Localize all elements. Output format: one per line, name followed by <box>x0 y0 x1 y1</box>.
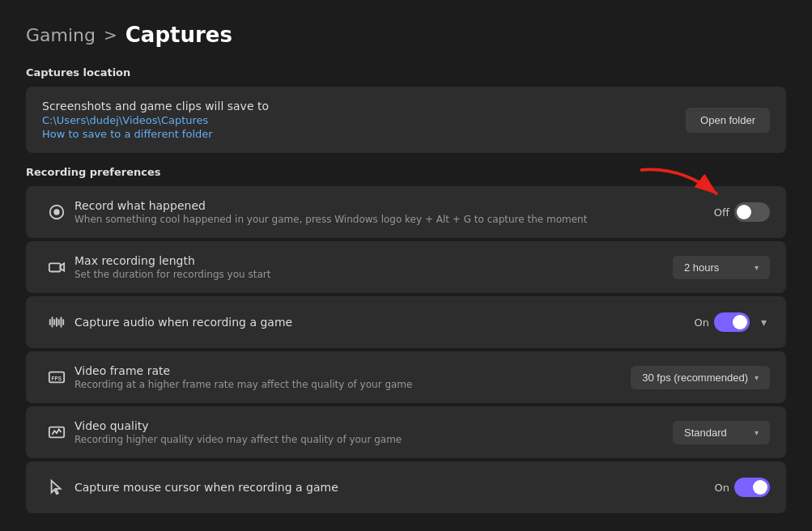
video-quality-value: Standard <box>684 427 727 439</box>
video-frame-rate-dropdown[interactable]: 30 fps (recommended) ▾ <box>631 366 770 389</box>
expand-chevron-audio[interactable]: ▾ <box>758 312 770 332</box>
toggle-capture-audio[interactable] <box>714 312 750 332</box>
recording-preferences-title: Recording preferences <box>26 166 786 178</box>
pref-control-max-recording: 2 hours ▾ <box>673 256 770 279</box>
open-folder-button[interactable]: Open folder <box>686 108 770 133</box>
pref-desc-video-quality: Recording higher quality video may affec… <box>74 434 673 445</box>
pref-content-video-frame-rate: Video frame rate Recording at a higher f… <box>71 364 631 390</box>
svg-point-1 <box>53 209 59 215</box>
pref-row-record-what-happened: Record what happened When something cool… <box>26 186 786 238</box>
pref-row-capture-audio: Capture audio when recording a game On ▾ <box>26 296 786 348</box>
chevron-down-icon-quality: ▾ <box>755 428 759 437</box>
captures-location-title: Captures location <box>26 66 786 79</box>
toggle-knob-cursor <box>753 480 767 495</box>
toggle-knob-audio <box>733 315 747 329</box>
toggle-capture-mouse-cursor[interactable] <box>734 478 770 497</box>
toggle-label-record: Off <box>714 206 729 219</box>
toggle-wrap-audio: On <box>694 312 749 332</box>
pref-row-video-frame-rate: FPS Video frame rate Recording at a high… <box>26 351 786 403</box>
pref-content-video-quality: Video quality Recording higher quality v… <box>71 419 673 445</box>
location-card-title: Screenshots and game clips will save to <box>42 100 269 113</box>
quality-icon <box>42 423 71 441</box>
pref-title-capture-mouse-cursor: Capture mouse cursor when recording a ga… <box>74 481 715 494</box>
toggle-wrap-cursor: On <box>715 478 770 497</box>
pref-title-capture-audio: Capture audio when recording a game <box>74 316 694 329</box>
breadcrumb-current: Captures <box>125 23 232 47</box>
breadcrumb: Gaming > Captures <box>26 23 786 47</box>
pref-control-capture-mouse-cursor: On <box>715 478 770 497</box>
location-link[interactable]: How to save to a different folder <box>42 128 269 140</box>
pref-control-capture-audio: On ▾ <box>694 312 770 332</box>
cursor-icon <box>42 478 71 496</box>
toggle-knob-record <box>737 205 751 219</box>
toggle-record-what-happened[interactable] <box>734 202 770 222</box>
max-recording-dropdown[interactable]: 2 hours ▾ <box>673 256 770 279</box>
toggle-label-cursor: On <box>715 482 729 494</box>
max-recording-value: 2 hours <box>684 261 719 274</box>
captures-location-card: Screenshots and game clips will save to … <box>26 87 786 153</box>
location-text: Screenshots and game clips will save to … <box>42 100 269 140</box>
pref-desc-video-frame-rate: Recording at a higher frame rate may aff… <box>74 379 631 390</box>
pref-desc-max-recording: Set the duration for recordings you star… <box>74 269 673 280</box>
pref-title-video-frame-rate: Video frame rate <box>74 364 631 377</box>
audio-icon <box>42 313 71 331</box>
location-path[interactable]: C:\Users\dudej\Videos\Captures <box>42 114 269 126</box>
toggle-label-audio: On <box>694 316 708 329</box>
breadcrumb-separator: > <box>104 25 117 45</box>
pref-title-record-what-happened: Record what happened <box>74 199 714 212</box>
pref-content-capture-mouse-cursor: Capture mouse cursor when recording a ga… <box>71 481 715 494</box>
svg-text:FPS: FPS <box>52 376 62 381</box>
fps-icon: FPS <box>42 368 71 386</box>
video-quality-dropdown[interactable]: Standard ▾ <box>673 421 770 444</box>
pref-control-video-frame-rate: 30 fps (recommended) ▾ <box>631 366 770 389</box>
pref-row-capture-mouse-cursor: Capture mouse cursor when recording a ga… <box>26 461 786 513</box>
svg-marker-4 <box>61 263 65 270</box>
pref-control-record-what-happened: Off <box>714 202 770 222</box>
pref-title-video-quality: Video quality <box>74 419 673 432</box>
pref-row-video-quality: Video quality Recording higher quality v… <box>26 406 786 458</box>
pref-content-record-what-happened: Record what happened When something cool… <box>71 199 714 225</box>
chevron-down-icon-fps: ▾ <box>755 373 759 382</box>
breadcrumb-parent[interactable]: Gaming <box>26 25 96 45</box>
pref-content-max-recording: Max recording length Set the duration fo… <box>71 254 673 280</box>
pref-title-max-recording: Max recording length <box>74 254 673 267</box>
record-icon <box>42 203 71 221</box>
chevron-down-icon: ▾ <box>755 263 759 272</box>
video-frame-rate-value: 30 fps (recommended) <box>642 372 748 384</box>
toggle-wrap-record: Off <box>714 202 770 222</box>
camera-icon <box>42 258 71 276</box>
svg-rect-3 <box>49 263 61 271</box>
pref-row-max-recording-length: Max recording length Set the duration fo… <box>26 241 786 293</box>
pref-content-capture-audio: Capture audio when recording a game <box>71 316 694 329</box>
pref-control-video-quality: Standard ▾ <box>673 421 770 444</box>
pref-desc-record-what-happened: When something cool happened in your gam… <box>74 214 714 225</box>
